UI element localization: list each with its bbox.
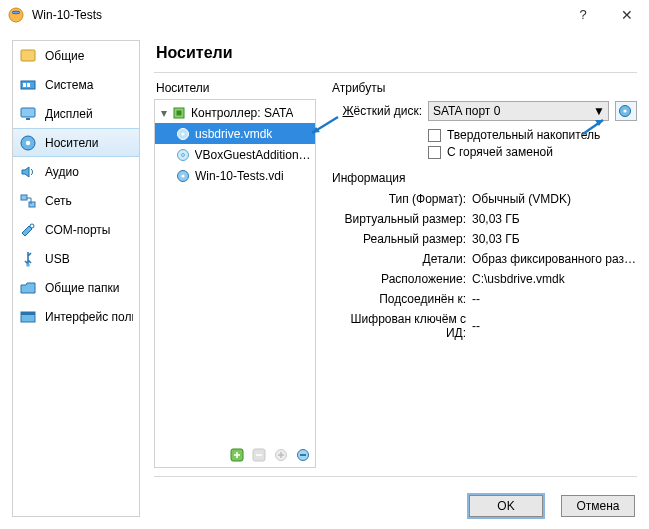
sidebar-item-label: Интерфейс пользователя — [45, 310, 133, 324]
network-icon — [19, 192, 37, 210]
port-select-value: SATA порт 0 — [433, 104, 592, 118]
title-bar: Win-10-Tests ? ✕ — [0, 0, 649, 30]
help-button[interactable]: ? — [561, 0, 605, 30]
svg-point-19 — [181, 132, 184, 135]
info-value: C:\usbdrive.vmdk — [472, 272, 637, 286]
close-button[interactable]: ✕ — [605, 0, 649, 30]
storage-icon — [19, 134, 37, 152]
tree-node-label: Win-10-Tests.vdi — [195, 169, 284, 183]
info-value: Обычный (VMDK) — [472, 192, 637, 206]
sidebar-item-label: СОМ-порты — [45, 223, 110, 237]
info-key: Шифрован ключём с ИД: — [330, 312, 472, 340]
sidebar-item-network[interactable]: Сеть — [13, 186, 139, 215]
hdd-icon — [175, 168, 191, 184]
hotplug-checkbox[interactable] — [428, 146, 441, 159]
sidebar-item-storage[interactable]: Носители — [13, 128, 139, 157]
general-icon — [19, 47, 37, 65]
sidebar-item-label: Система — [45, 78, 93, 92]
ssd-checkbox[interactable] — [428, 129, 441, 142]
svg-rect-10 — [21, 195, 27, 200]
tree-node-label: usbdrive.vmdk — [195, 127, 272, 141]
svg-rect-11 — [29, 202, 35, 207]
disk-chooser-button[interactable] — [615, 101, 637, 121]
info-value: -- — [472, 292, 637, 306]
controller-chip-icon — [171, 105, 187, 121]
sidebar-item-label: Сеть — [45, 194, 72, 208]
hdd-chooser-icon — [618, 104, 634, 118]
info-key: Подсоединён к: — [330, 292, 472, 306]
controller-node[interactable]: ▾ Контроллер: SATA — [155, 102, 315, 123]
svg-point-12 — [30, 224, 34, 228]
sidebar-item-system[interactable]: Система — [13, 70, 139, 99]
svg-point-29 — [623, 109, 626, 112]
sidebar-item-label: Носители — [45, 136, 98, 150]
port-select[interactable]: SATA порт 0 ▼ — [428, 101, 609, 121]
cancel-button[interactable]: Отмена — [561, 495, 635, 517]
page-title: Носители — [154, 40, 637, 73]
svg-point-13 — [26, 263, 30, 267]
sidebar-item-audio[interactable]: Аудио — [13, 157, 139, 186]
settings-sidebar: Общие Система Дисплей Носители Аудио Сет… — [12, 40, 140, 517]
tree-node-label: VBoxGuestAdditions... — [195, 148, 311, 162]
storage-tree-toolbar — [155, 443, 315, 467]
sidebar-item-label: Дисплей — [45, 107, 93, 121]
svg-point-1 — [12, 11, 20, 14]
sidebar-item-general[interactable]: Общие — [13, 41, 139, 70]
info-key: Детали: — [330, 252, 472, 266]
storage-tree[interactable]: ▾ Контроллер: SATA usbdrive.vmdk VBoxGue… — [154, 99, 316, 468]
shared-folders-icon — [19, 279, 37, 297]
hotplug-checkbox-label: С горячей заменой — [447, 145, 553, 159]
svg-rect-17 — [177, 110, 182, 115]
remove-controller-icon[interactable] — [251, 447, 267, 463]
hdd-icon — [175, 126, 191, 142]
information-section-label: Информация — [330, 169, 637, 189]
svg-rect-5 — [27, 83, 30, 87]
info-value: -- — [472, 319, 637, 333]
sidebar-item-ui[interactable]: Интерфейс пользователя — [13, 302, 139, 331]
svg-rect-6 — [21, 108, 35, 117]
svg-rect-2 — [21, 50, 35, 61]
sidebar-item-shared[interactable]: Общие папки — [13, 273, 139, 302]
app-logo-icon — [8, 7, 24, 23]
svg-rect-7 — [26, 118, 30, 120]
sidebar-item-label: Аудио — [45, 165, 79, 179]
system-icon — [19, 76, 37, 94]
interface-icon — [19, 308, 37, 326]
window-title: Win-10-Tests — [32, 8, 561, 22]
disk-node-usbdrive[interactable]: usbdrive.vmdk — [155, 123, 315, 144]
sidebar-item-serial[interactable]: СОМ-порты — [13, 215, 139, 244]
chevron-down-icon[interactable]: ▾ — [157, 106, 171, 120]
storage-section-label: Носители — [154, 79, 316, 99]
disk-node-guestadditions[interactable]: VBoxGuestAdditions... — [155, 144, 315, 165]
display-icon — [19, 105, 37, 123]
chevron-down-icon: ▼ — [592, 104, 606, 118]
remove-attachment-icon[interactable] — [295, 447, 311, 463]
hard-disk-label: Жёсткий диск: — [330, 104, 422, 118]
sidebar-item-display[interactable]: Дисплей — [13, 99, 139, 128]
info-value: Образ фиксированного разме... — [472, 252, 637, 266]
ok-button[interactable]: OK — [469, 495, 543, 517]
attributes-section-label: Атрибуты — [330, 79, 637, 99]
svg-rect-4 — [23, 83, 26, 87]
usb-icon — [19, 250, 37, 268]
serial-icon — [19, 221, 37, 239]
sidebar-item-label: USB — [45, 252, 70, 266]
add-attachment-icon[interactable] — [273, 447, 289, 463]
tree-node-label: Контроллер: SATA — [191, 106, 293, 120]
disk-node-wintests[interactable]: Win-10-Tests.vdi — [155, 165, 315, 186]
audio-icon — [19, 163, 37, 181]
optical-disc-icon — [175, 147, 191, 163]
info-key: Реальный размер: — [330, 232, 472, 246]
svg-point-21 — [181, 153, 184, 156]
svg-point-9 — [26, 140, 30, 144]
info-key: Виртуальный размер: — [330, 212, 472, 226]
svg-point-0 — [9, 8, 23, 22]
sidebar-item-label: Общие папки — [45, 281, 119, 295]
svg-rect-15 — [21, 312, 35, 315]
svg-point-23 — [181, 174, 184, 177]
info-key: Расположение: — [330, 272, 472, 286]
sidebar-item-usb[interactable]: USB — [13, 244, 139, 273]
add-controller-icon[interactable] — [229, 447, 245, 463]
ssd-checkbox-label: Твердотельный накопитель — [447, 128, 600, 142]
info-value: 30,03 ГБ — [472, 212, 637, 226]
